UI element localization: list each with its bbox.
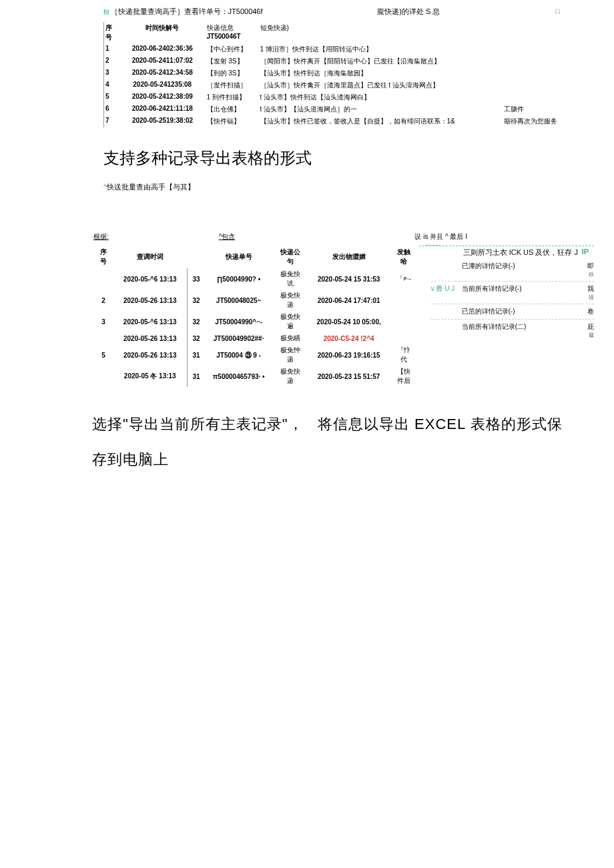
row-extra [500,43,574,55]
table-row[interactable]: 2020-05-26 13:1332JT500049902##·极免瞄2020-… [93,332,419,344]
row-extra: 工脿件 [500,103,574,115]
row-time: 2020-05-2519:38:02 [123,115,203,127]
row-company: 极免瞄 [272,332,309,344]
row-idx: 3 [104,67,123,79]
row-code: 33 [187,268,206,290]
row-sent: 2020-05-24 15 31:53 [309,268,389,290]
menu-item[interactable]: v 费 U J当前所有详情记录(-)我描 [431,281,594,304]
row-idx: 5 [104,91,123,103]
col-header: 序号 [93,246,113,268]
row-code: 32 [187,311,206,332]
title-mid: 腹快递)的详处 S 息 [263,7,555,17]
table-row[interactable]: 32020-05-^6 13:1332JT50004990^··-极免快遍202… [93,311,419,332]
row-time: 2020-06-2421:11:18 [123,103,203,115]
row-code: 32 [187,332,206,344]
table-row[interactable]: 12020-06-2402:36:36【中心到件】1 博汨市］快件到达【用阳转运… [104,43,575,55]
tracking-detail-window: fit ［快递批量查询高手］查看玝单号：JT500046f 腹快递)的详处 S … [0,0,614,134]
row-extra: 期待再次为您服务 [500,115,574,127]
row-tag: 【到的 3S】 [203,67,256,79]
table-row[interactable]: 22020-05-2411:07:02【发射 3S】［闻阳市】快件离开【阳阳转运… [104,55,575,67]
menu-item[interactable]: 当前所有详情记录(二)庇窳 [431,319,594,342]
row-time: 2020-06-2402:36:36 [123,43,203,55]
row-desc: t 汕头市】【汕头道海网点］的一 [256,103,501,115]
row-time: 2020-05-241235:08 [123,79,203,91]
col-time-header: 时间快解号 [123,22,203,43]
col-idx-header: 序号 [104,22,123,43]
menu-item-prefix [431,307,462,316]
menu-item[interactable]: 已茁的详情记录(-)卷 [431,304,594,319]
table-row[interactable]: 42020-05-241235:08［发件扫描］［汕头市］快件禽开［渣海里题点】… [104,79,575,91]
row-company: 极兔快诜 [272,268,309,290]
filter-condition[interactable]: 设 is 并且 ^ 最后 I [334,232,467,242]
row-tag: 1 到件扫描】 [203,91,256,103]
row-idx: 3 [93,311,113,332]
row-contact [389,290,419,311]
row-idx [93,268,113,290]
row-time: 2020-05-26 13:13 [113,332,187,344]
table-row[interactable]: 2020-05 冬 13:1331π50000465793· •极免快递2020… [93,366,419,387]
row-contact: 【快件后 [389,366,419,387]
row-code: 31 [187,366,206,387]
row-extra [500,79,574,91]
row-desc: ［汕头市］快件禽开［渣海里题点】已发往 t 汕头澶海网点】 [256,79,501,91]
row-sent: 2020-05-24 10 05:00, [309,311,389,332]
table-row[interactable]: 52020-05-2412:38:091 到件扫描】t 汕头市】快件到达【汕头渣… [104,91,575,103]
instruction-text: 选择"导出当前所有主表记录"， 将信息以导出 EXCEL 表格的形式保 存到电脑… [0,400,614,478]
menu-item[interactable]: 已潭的详情记录(-)即秩 [431,259,594,281]
row-idx [93,332,113,344]
row-code: 31 [187,344,206,366]
menu-item-suffix: 我描 [581,284,594,301]
detail-titlebar: fit ［快递批量查询高手］查看玝单号：JT500046f 腹快递)的详处 S … [103,7,574,17]
row-tag: 【发射 3S】 [203,55,256,67]
row-extra [500,91,574,103]
col-header: 快递单号 [206,246,272,268]
row-extra [500,67,574,79]
menu-item-prefix: v 费 U J [431,284,462,301]
row-idx: 5 [93,344,113,366]
table-row[interactable]: 32020-05-2412:34:58【到的 3S】【汕头市】快件到达［海海集散… [104,67,575,79]
row-sent: 2020-06-24 17:47:01 [309,290,389,311]
row-time: 2020-05-2411:07:02 [123,55,203,67]
col-header: 快递公句 [272,246,309,268]
col-header: 发触哈 [389,246,419,268]
row-company: 极免快递 [272,366,309,387]
fit-label: fit [103,8,109,16]
table-header-row: 序号 时间快解号 快递信息 JT500046T 短免快递) [104,22,575,43]
row-number: ∏50004990? • [206,268,272,290]
table-row[interactable]: 52020-05-26 13:1331JT50004 ㉕ 9 -极兔忡递2020… [93,344,419,366]
menu-item-label: 当前所有详情记录(-) [462,284,581,301]
window-control-icon[interactable]: 口 [555,7,561,16]
row-desc: ［闻阳市】快件离开【阳阳转运中心】已发往【沿海集散点】 [256,55,501,67]
col-header: 查调时词 [113,246,187,268]
row-extra [500,55,574,67]
row-desc: t 汕头市】快件到达【汕头渣海网白】 [256,91,501,103]
table-row[interactable]: 62020-06-2421:11:18【出仓佛】t 汕头市】【汕头道海网点］的一… [104,103,575,115]
menu-title-ip: IP [582,248,589,256]
menu-item-label: 当前所有详情记录(二) [462,322,581,339]
row-tag: 【快件镉】 [203,115,256,127]
table-row[interactable]: 72020-05-2519:38:02【快件镉】【汕头市】快件已签收，签收入是【… [104,115,575,127]
row-company: 极免快遍 [272,311,309,332]
menu-dash-icon: ------ [426,240,440,248]
row-sent: 2020-05-23 15 51:57 [309,366,389,387]
records-table: 序号查调时词快递单号快递公句发出物澀媚发触哈 2020-05-^6 13:133… [93,246,419,387]
row-time: 2020-05-2412:34:58 [123,67,203,79]
row-idx: 6 [104,103,123,115]
filter-include[interactable]: ^包含 [120,232,334,242]
subtitle-line: ^快送批量查由高手【与其】 [0,182,614,232]
table-row[interactable]: 2020-05-^6 13:1333∏50004990? •极兔快诜2020-0… [93,268,419,290]
row-contact: 「≠·- [389,268,419,290]
export-table-window: 根据: ^包含 设 is 并且 ^ 最后 I 序号查调时词快递单号快递公句发出物… [0,232,614,400]
row-number: JT500049902##· [206,332,272,344]
row-company: 极免快递 [272,290,309,311]
menu-item-prefix [431,322,462,339]
tracking-events-table: 序号 时间快解号 快递信息 JT500046T 短免快递) 12020-06-2… [103,22,574,127]
menu-item-suffix: 即秩 [581,262,594,278]
row-desc: 【汕头市】快件到达［海海集散园】 [256,67,501,79]
table-row[interactable]: 22020-05-26 13:1332JT500048025~极免快递2020-… [93,290,419,311]
row-time: 2020-05-26 13:13 [113,290,187,311]
row-code: 32 [187,290,206,311]
context-menu[interactable]: ------ 三则所习土衣 ICK US 及伏，狂存 J IP 已潭的详情记录(… [419,246,594,387]
row-time: 2020-05-2412:38:09 [123,91,203,103]
col-header [187,246,206,268]
